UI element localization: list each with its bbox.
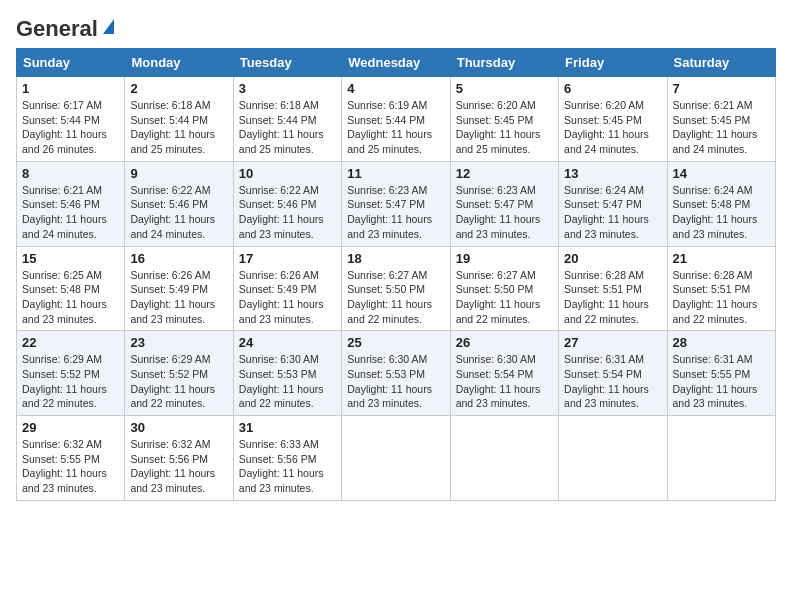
day-info: Sunrise: 6:18 AM Sunset: 5:44 PM Dayligh…: [130, 98, 227, 157]
day-info: Sunrise: 6:30 AM Sunset: 5:54 PM Dayligh…: [456, 352, 553, 411]
calendar-day-header: Friday: [559, 49, 667, 77]
day-info: Sunrise: 6:28 AM Sunset: 5:51 PM Dayligh…: [564, 268, 661, 327]
calendar-day-header: Monday: [125, 49, 233, 77]
calendar-week-row: 1 Sunrise: 6:17 AM Sunset: 5:44 PM Dayli…: [17, 77, 776, 162]
calendar-day-cell: 13 Sunrise: 6:24 AM Sunset: 5:47 PM Dayl…: [559, 161, 667, 246]
day-info: Sunrise: 6:18 AM Sunset: 5:44 PM Dayligh…: [239, 98, 336, 157]
day-info: Sunrise: 6:31 AM Sunset: 5:55 PM Dayligh…: [673, 352, 770, 411]
page-header: General: [16, 16, 776, 38]
day-info: Sunrise: 6:26 AM Sunset: 5:49 PM Dayligh…: [239, 268, 336, 327]
calendar-day-cell: [342, 416, 450, 501]
day-number: 13: [564, 166, 661, 181]
calendar-day-header: Wednesday: [342, 49, 450, 77]
day-info: Sunrise: 6:22 AM Sunset: 5:46 PM Dayligh…: [130, 183, 227, 242]
day-info: Sunrise: 6:30 AM Sunset: 5:53 PM Dayligh…: [347, 352, 444, 411]
day-number: 20: [564, 251, 661, 266]
calendar-day-cell: 1 Sunrise: 6:17 AM Sunset: 5:44 PM Dayli…: [17, 77, 125, 162]
calendar-day-cell: 10 Sunrise: 6:22 AM Sunset: 5:46 PM Dayl…: [233, 161, 341, 246]
day-number: 19: [456, 251, 553, 266]
day-number: 5: [456, 81, 553, 96]
calendar-day-cell: 22 Sunrise: 6:29 AM Sunset: 5:52 PM Dayl…: [17, 331, 125, 416]
calendar-day-cell: 17 Sunrise: 6:26 AM Sunset: 5:49 PM Dayl…: [233, 246, 341, 331]
day-info: Sunrise: 6:17 AM Sunset: 5:44 PM Dayligh…: [22, 98, 119, 157]
day-info: Sunrise: 6:33 AM Sunset: 5:56 PM Dayligh…: [239, 437, 336, 496]
calendar-week-row: 8 Sunrise: 6:21 AM Sunset: 5:46 PM Dayli…: [17, 161, 776, 246]
day-number: 23: [130, 335, 227, 350]
day-number: 7: [673, 81, 770, 96]
day-number: 21: [673, 251, 770, 266]
day-info: Sunrise: 6:29 AM Sunset: 5:52 PM Dayligh…: [22, 352, 119, 411]
calendar-day-cell: 28 Sunrise: 6:31 AM Sunset: 5:55 PM Dayl…: [667, 331, 775, 416]
day-info: Sunrise: 6:19 AM Sunset: 5:44 PM Dayligh…: [347, 98, 444, 157]
calendar-week-row: 22 Sunrise: 6:29 AM Sunset: 5:52 PM Dayl…: [17, 331, 776, 416]
day-info: Sunrise: 6:28 AM Sunset: 5:51 PM Dayligh…: [673, 268, 770, 327]
day-number: 6: [564, 81, 661, 96]
calendar-day-cell: 23 Sunrise: 6:29 AM Sunset: 5:52 PM Dayl…: [125, 331, 233, 416]
day-info: Sunrise: 6:29 AM Sunset: 5:52 PM Dayligh…: [130, 352, 227, 411]
calendar-day-cell: 19 Sunrise: 6:27 AM Sunset: 5:50 PM Dayl…: [450, 246, 558, 331]
day-number: 17: [239, 251, 336, 266]
day-number: 12: [456, 166, 553, 181]
calendar-table: SundayMondayTuesdayWednesdayThursdayFrid…: [16, 48, 776, 501]
day-number: 1: [22, 81, 119, 96]
calendar-day-cell: 14 Sunrise: 6:24 AM Sunset: 5:48 PM Dayl…: [667, 161, 775, 246]
calendar-day-cell: 18 Sunrise: 6:27 AM Sunset: 5:50 PM Dayl…: [342, 246, 450, 331]
calendar-day-cell: 20 Sunrise: 6:28 AM Sunset: 5:51 PM Dayl…: [559, 246, 667, 331]
calendar-day-cell: 12 Sunrise: 6:23 AM Sunset: 5:47 PM Dayl…: [450, 161, 558, 246]
calendar-body: 1 Sunrise: 6:17 AM Sunset: 5:44 PM Dayli…: [17, 77, 776, 501]
day-number: 18: [347, 251, 444, 266]
day-number: 26: [456, 335, 553, 350]
calendar-day-header: Tuesday: [233, 49, 341, 77]
day-info: Sunrise: 6:21 AM Sunset: 5:46 PM Dayligh…: [22, 183, 119, 242]
day-number: 28: [673, 335, 770, 350]
day-info: Sunrise: 6:23 AM Sunset: 5:47 PM Dayligh…: [456, 183, 553, 242]
calendar-day-cell: 9 Sunrise: 6:22 AM Sunset: 5:46 PM Dayli…: [125, 161, 233, 246]
calendar-day-cell: 7 Sunrise: 6:21 AM Sunset: 5:45 PM Dayli…: [667, 77, 775, 162]
logo: General: [16, 16, 114, 38]
day-info: Sunrise: 6:22 AM Sunset: 5:46 PM Dayligh…: [239, 183, 336, 242]
calendar-day-cell: 16 Sunrise: 6:26 AM Sunset: 5:49 PM Dayl…: [125, 246, 233, 331]
calendar-day-cell: 4 Sunrise: 6:19 AM Sunset: 5:44 PM Dayli…: [342, 77, 450, 162]
day-info: Sunrise: 6:20 AM Sunset: 5:45 PM Dayligh…: [456, 98, 553, 157]
day-number: 22: [22, 335, 119, 350]
day-number: 2: [130, 81, 227, 96]
calendar-day-cell: 6 Sunrise: 6:20 AM Sunset: 5:45 PM Dayli…: [559, 77, 667, 162]
day-info: Sunrise: 6:24 AM Sunset: 5:47 PM Dayligh…: [564, 183, 661, 242]
day-info: Sunrise: 6:27 AM Sunset: 5:50 PM Dayligh…: [456, 268, 553, 327]
calendar-day-cell: [559, 416, 667, 501]
day-number: 30: [130, 420, 227, 435]
calendar-day-cell: [667, 416, 775, 501]
calendar-day-header: Sunday: [17, 49, 125, 77]
calendar-day-cell: 3 Sunrise: 6:18 AM Sunset: 5:44 PM Dayli…: [233, 77, 341, 162]
day-info: Sunrise: 6:25 AM Sunset: 5:48 PM Dayligh…: [22, 268, 119, 327]
calendar-day-cell: 2 Sunrise: 6:18 AM Sunset: 5:44 PM Dayli…: [125, 77, 233, 162]
day-number: 11: [347, 166, 444, 181]
day-number: 16: [130, 251, 227, 266]
day-number: 25: [347, 335, 444, 350]
day-number: 8: [22, 166, 119, 181]
calendar-day-cell: 21 Sunrise: 6:28 AM Sunset: 5:51 PM Dayl…: [667, 246, 775, 331]
calendar-day-cell: 26 Sunrise: 6:30 AM Sunset: 5:54 PM Dayl…: [450, 331, 558, 416]
calendar-day-cell: 15 Sunrise: 6:25 AM Sunset: 5:48 PM Dayl…: [17, 246, 125, 331]
calendar-day-cell: 24 Sunrise: 6:30 AM Sunset: 5:53 PM Dayl…: [233, 331, 341, 416]
day-number: 27: [564, 335, 661, 350]
day-info: Sunrise: 6:23 AM Sunset: 5:47 PM Dayligh…: [347, 183, 444, 242]
day-info: Sunrise: 6:32 AM Sunset: 5:55 PM Dayligh…: [22, 437, 119, 496]
day-number: 10: [239, 166, 336, 181]
calendar-day-cell: 27 Sunrise: 6:31 AM Sunset: 5:54 PM Dayl…: [559, 331, 667, 416]
day-number: 9: [130, 166, 227, 181]
day-info: Sunrise: 6:26 AM Sunset: 5:49 PM Dayligh…: [130, 268, 227, 327]
day-info: Sunrise: 6:24 AM Sunset: 5:48 PM Dayligh…: [673, 183, 770, 242]
day-number: 29: [22, 420, 119, 435]
day-info: Sunrise: 6:30 AM Sunset: 5:53 PM Dayligh…: [239, 352, 336, 411]
day-info: Sunrise: 6:20 AM Sunset: 5:45 PM Dayligh…: [564, 98, 661, 157]
calendar-day-cell: [450, 416, 558, 501]
day-number: 14: [673, 166, 770, 181]
calendar-day-cell: 31 Sunrise: 6:33 AM Sunset: 5:56 PM Dayl…: [233, 416, 341, 501]
day-number: 31: [239, 420, 336, 435]
calendar-day-cell: 30 Sunrise: 6:32 AM Sunset: 5:56 PM Dayl…: [125, 416, 233, 501]
calendar-header-row: SundayMondayTuesdayWednesdayThursdayFrid…: [17, 49, 776, 77]
day-info: Sunrise: 6:31 AM Sunset: 5:54 PM Dayligh…: [564, 352, 661, 411]
calendar-day-cell: 5 Sunrise: 6:20 AM Sunset: 5:45 PM Dayli…: [450, 77, 558, 162]
day-number: 15: [22, 251, 119, 266]
